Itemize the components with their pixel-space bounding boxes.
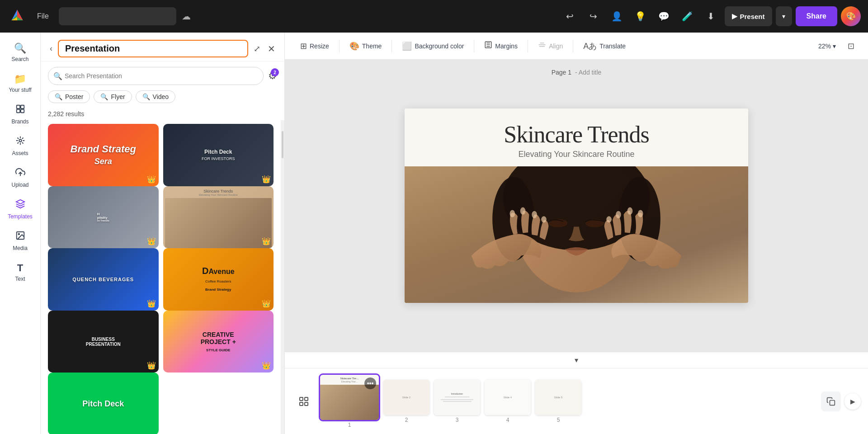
theme-icon: 🎨 [349,41,359,51]
margins-button[interactable]: Margins [478,37,524,55]
panel-search-input[interactable] [48,67,264,85]
film-slide-3[interactable]: Introduction 3 [434,380,480,423]
chip-search-icon: 🔍 [100,93,108,100]
toolbar-divider [339,40,340,52]
slide-options-button[interactable]: ••• [364,377,376,389]
canvas-main[interactable]: Page 1 - Add title Skincare Trends Eleva… [285,60,868,352]
present-button[interactable]: ▶ Present [725,6,772,26]
translate-button[interactable]: Aあ Translate [577,37,632,55]
chip-video[interactable]: 🔍 Video [136,90,176,103]
chip-flyer[interactable]: 🔍 Flyer [94,90,132,103]
chip-poster[interactable]: 🔍 Poster [48,90,90,103]
template-card-hospitality[interactable]: H pitality nt Trends 👑 [48,186,159,249]
film-thumb-2: Slide 2 [383,380,429,415]
user-avatar[interactable]: 🎨 [841,6,861,26]
slide-image-area [405,166,748,303]
sidebar-item-search[interactable]: 🔍 Search [2,38,38,67]
svg-point-22 [532,211,537,218]
film-slide-4[interactable]: Slide 4 4 [485,380,531,423]
undo-button[interactable]: ↩ [560,6,580,26]
svg-rect-2 [20,105,24,108]
zoom-control[interactable]: 22% ▾ [813,39,841,53]
sidebar-item-assets[interactable]: Assets [2,131,38,161]
pro-badge: 👑 [262,175,271,184]
filmstrip-copy-button[interactable] [821,392,841,411]
template-card-creative[interactable]: CREATIVEPROJECT + STYLE GUIDE 👑 [163,311,274,373]
resize-button[interactable]: ⊞ Resize [294,38,335,55]
media-icon [15,231,25,243]
slide-canvas: Skincare Trends Elevating Your Skincare … [405,108,748,303]
sidebar-item-brands[interactable]: Brands [2,99,38,129]
film-slide-1[interactable]: Skincare Tre... Elevating Your... ••• 1 [320,375,379,428]
present-dropdown-button[interactable]: ▾ [776,6,792,26]
slide-content: Skincare Trends Elevating Your Skincare … [405,108,748,303]
chat-icon[interactable]: 💬 [654,6,674,26]
sidebar-item-label: Your stuff [9,87,31,93]
template-card-avenue[interactable]: DAvenue Coffee Roasters Brand Strategy 👑 [163,248,274,311]
toolbar-divider [474,40,474,52]
template-card-business[interactable]: BUSINESSPRESENTATION 👑 [48,311,159,373]
pro-badge: 👑 [147,237,156,245]
flask-icon[interactable]: 🧪 [678,6,698,26]
filmstrip-next-button[interactable]: ▶ [844,393,861,410]
left-sidebar: 🔍 Search 📁 Your stuff Brands [0,33,41,434]
svg-rect-1 [16,105,19,108]
sidebar-item-your-stuff[interactable]: 📁 Your stuff [2,69,38,98]
template-card-pitch-deck[interactable]: Pitch DeckFOR INVESTORS 👑 [163,124,274,186]
page-label: Page 1 - Add title [552,69,602,76]
add-title-button[interactable]: - Add title [575,69,601,76]
filmstrip-collapse-button[interactable]: ▾ [285,352,868,368]
pro-badge: 👑 [262,361,271,370]
pro-badge: 👑 [262,299,271,308]
chip-label: Poster [65,93,83,100]
panel-close-button[interactable]: ✕ [266,42,277,56]
filmstrip-grid-button[interactable] [292,390,316,413]
sidebar-item-media[interactable]: Media [2,226,38,256]
svg-point-25 [627,208,633,215]
translate-label: Translate [599,42,626,50]
sidebar-item-upload[interactable]: Upload [2,163,38,193]
canva-logo[interactable] [7,6,27,26]
toolbar-divider [573,40,573,52]
redo-button[interactable]: ↪ [584,6,604,26]
bg-color-button[interactable]: ⬜ Background color [396,38,470,55]
template-card-pitchdeck2[interactable]: Pitch Deck [48,373,159,434]
template-card-quench[interactable]: QUENCH BEVERAGES 👑 [48,248,159,311]
svg-rect-4 [20,109,24,113]
present-label: Present [740,13,765,20]
share-with-people-icon[interactable]: 👤 [607,6,627,26]
svg-rect-30 [300,402,303,406]
download-icon[interactable]: ⬇ [701,6,721,26]
panel-expand-button[interactable]: ⤢ [252,42,262,56]
panel-title: Presentation [58,40,248,57]
sidebar-item-label: Upload [11,182,28,188]
template-card-brand-strategy[interactable]: Brand StrategSera 👑 [48,124,159,186]
sidebar-item-text[interactable]: T Text [2,258,38,287]
translate-icon: Aあ [583,41,597,52]
template-card-skincare[interactable]: Skincare Trends Elevating Your Skincare … [163,186,274,249]
align-label: Align [549,42,563,50]
sidebar-item-label: Text [15,276,25,282]
cloud-save-icon[interactable]: ☁ [182,11,191,22]
document-title-input[interactable] [59,7,176,25]
sidebar-item-templates[interactable]: Templates [2,194,38,224]
film-slide-5[interactable]: Slide 5 5 [535,380,581,423]
chevron-down-icon: ▾ [575,356,578,364]
svg-rect-28 [300,397,303,401]
comments-icon[interactable]: 💡 [631,6,651,26]
filter-button[interactable]: ⚙ 2 [268,70,277,82]
fit-screen-button[interactable]: ⊡ [843,38,859,55]
theme-button[interactable]: 🎨 Theme [343,38,388,55]
slide-top-area: Skincare Trends Elevating Your Skincare … [405,108,748,166]
panel-back-button[interactable]: ‹ [48,42,54,55]
chip-search-icon: 🔍 [142,93,150,100]
upload-icon [15,167,25,180]
share-button[interactable]: Share [796,6,837,26]
scrollbar-thumb[interactable] [282,131,283,158]
resize-icon: ⊞ [300,41,307,51]
file-menu[interactable]: File [33,9,53,23]
toolbar-divider [392,40,392,52]
align-button[interactable]: Align [532,37,569,55]
search-wrap: 🔍 [48,67,264,85]
film-slide-2[interactable]: Slide 2 2 [383,380,429,423]
